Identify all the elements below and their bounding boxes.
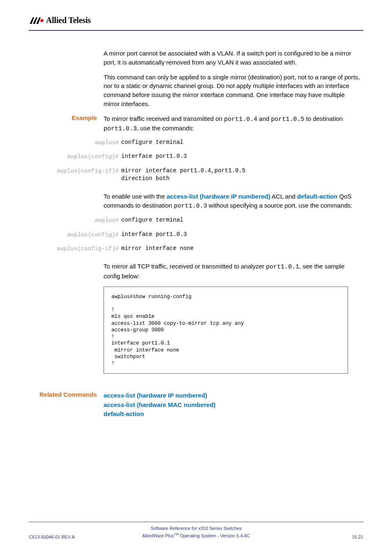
command-prompt: awplus(config)# xyxy=(53,231,121,239)
command-prompt: awplus# xyxy=(53,216,121,224)
header-rule xyxy=(29,30,363,31)
command-text: interface port1.0.3 xyxy=(121,153,187,161)
command-row: awplus(config)# interface port1.0.3 xyxy=(53,153,312,161)
command-text: mirror interface none xyxy=(121,245,194,253)
command-text: interface port1.0.3 xyxy=(121,231,187,239)
example-section: Example To mirror traffic received and t… xyxy=(29,114,363,134)
command-prompt: awplus(config-if)# xyxy=(53,167,121,175)
link-access-list-ip[interactable]: access-list (hardware IP numbered) xyxy=(166,193,270,200)
footer-title: Software Reference for x310 Series Switc… xyxy=(140,525,251,539)
command-block-2: awplus# configure terminal awplus(config… xyxy=(53,216,312,253)
command-block-1: awplus# configure terminal awplus(config… xyxy=(53,139,312,183)
link-access-list-ip[interactable]: access-list (hardware IP numbered) xyxy=(104,391,362,400)
header-logo: Allied Telesis xyxy=(29,16,363,25)
link-default-action[interactable]: default-action xyxy=(297,193,337,200)
command-row: awplus(config-if)# mirror interface port… xyxy=(53,167,312,183)
brand-mark-icon xyxy=(29,16,45,25)
command-row: awplus(config-if)# mirror interface none xyxy=(53,245,312,253)
related-commands-section: Related Commands access-list (hardware I… xyxy=(29,391,363,419)
enable-paragraph: To enable use with the access-list (hard… xyxy=(104,192,362,211)
command-row: awplus# configure terminal xyxy=(53,139,312,147)
brand-name: Allied Telesis xyxy=(46,16,91,25)
command-prompt: awplus(config)# xyxy=(53,153,121,161)
related-commands-label: Related Commands xyxy=(29,391,104,419)
command-text: configure terminal xyxy=(121,216,183,224)
page: Allied Telesis A mirror port cannot be a… xyxy=(0,0,392,555)
footer-rule xyxy=(29,522,363,522)
example-text: To mirror traffic received and transmitt… xyxy=(104,114,362,134)
link-default-action[interactable]: default-action xyxy=(104,409,362,419)
command-row: awplus# configure terminal xyxy=(53,216,312,224)
paragraph-1: A mirror port cannot be associated with … xyxy=(104,49,362,67)
main-content: A mirror port cannot be associated with … xyxy=(29,49,363,419)
link-access-list-mac[interactable]: access-list (hardware MAC numbered) xyxy=(104,400,362,410)
mirror-paragraph: To mirror all TCP traffic, received or t… xyxy=(104,262,362,281)
page-footer: C613-50046-01 REV A Software Reference f… xyxy=(29,522,363,539)
command-row: awplus(config)# interface port1.0.3 xyxy=(53,231,312,239)
related-commands-links: access-list (hardware IP numbered) acces… xyxy=(104,391,362,419)
command-text: mirror interface port1.0.4,port1.0.5 dir… xyxy=(121,167,249,183)
svg-point-3 xyxy=(40,19,44,22)
command-prompt: awplus# xyxy=(53,139,121,147)
command-prompt: awplus(config-if)# xyxy=(53,245,121,253)
command-text: configure terminal xyxy=(121,139,183,147)
config-sample-box: awplus#show running-config ! mls qos ena… xyxy=(104,287,348,374)
paragraph-2: This command can only be applied to a si… xyxy=(104,73,362,109)
example-label: Example xyxy=(29,114,104,134)
footer-page-number: 15.21 xyxy=(252,534,363,539)
footer-doc-id: C613-50046-01 REV A xyxy=(29,534,140,539)
